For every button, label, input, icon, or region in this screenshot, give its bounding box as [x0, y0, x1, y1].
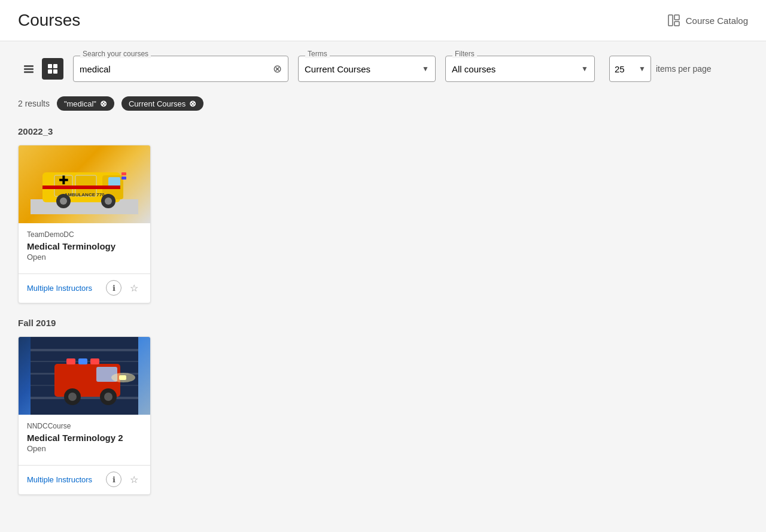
items-per-page-select[interactable]: 25 10 50 100 — [615, 64, 639, 74]
grid-view-icon — [48, 64, 57, 74]
instructors-link-medical-terminology-2[interactable]: Multiple Instructors — [27, 475, 92, 484]
course-divider-1 — [19, 273, 150, 274]
filter-chip-current-courses[interactable]: Current Courses ⊗ — [121, 96, 203, 111]
list-view-icon — [24, 65, 34, 73]
items-per-page-chevron-icon: ▼ — [639, 65, 646, 73]
chip-medical-label: "medical" — [64, 99, 96, 108]
svg-text:✚: ✚ — [59, 174, 69, 187]
items-per-page-label: items per page — [656, 64, 712, 74]
svg-rect-19 — [31, 349, 138, 351]
svg-text:AMBULANCE 770: AMBULANCE 770 — [64, 192, 105, 197]
main-content: 20022_3 — [0, 120, 766, 527]
search-field: Search your courses ⊗ — [73, 56, 288, 82]
svg-rect-26 — [66, 358, 75, 364]
search-input-wrap: ⊗ — [73, 56, 288, 82]
term-group-20022_3: 20022_3 — [18, 126, 748, 303]
catalog-link[interactable]: Course Catalog — [667, 13, 748, 28]
info-icon-medical-terminology[interactable]: ℹ — [106, 280, 121, 296]
active-filters-bar: 2 results "medical" ⊗ Current Courses ⊗ — [0, 92, 766, 120]
course-org-medical-terminology-2: NNDCCourse — [27, 422, 142, 430]
terms-label: Terms — [305, 50, 330, 58]
view-toggle — [18, 58, 63, 80]
svg-rect-2 — [674, 22, 679, 26]
chip-current-courses-label: Current Courses — [129, 99, 186, 108]
filters-label: Filters — [452, 50, 477, 58]
chip-current-courses-remove-icon[interactable]: ⊗ — [189, 99, 196, 108]
ambulance-svg-2 — [31, 337, 138, 415]
star-icon-medical-terminology[interactable]: ☆ — [126, 280, 142, 296]
list-view-button[interactable] — [18, 58, 39, 80]
course-divider-2 — [19, 465, 150, 466]
course-card-medical-terminology-2[interactable]: NNDCCourse Medical Terminology 2 Open Mu… — [18, 336, 151, 495]
filter-chip-medical[interactable]: "medical" ⊗ — [57, 96, 114, 111]
svg-rect-27 — [78, 358, 87, 364]
svg-point-30 — [68, 393, 77, 401]
course-status-medical-terminology-2: Open — [27, 444, 142, 453]
page-title: Courses — [18, 11, 80, 30]
svg-point-32 — [104, 393, 113, 401]
course-status-medical-terminology: Open — [27, 253, 142, 262]
toolbar: Search your courses ⊗ Terms Current Cour… — [0, 41, 766, 92]
course-org-medical-terminology: TeamDemoDC — [27, 230, 142, 239]
svg-rect-28 — [90, 358, 99, 364]
search-input[interactable] — [80, 64, 273, 74]
star-icon-medical-terminology-2[interactable]: ☆ — [126, 472, 142, 487]
svg-rect-23 — [31, 397, 138, 399]
clear-search-icon[interactable]: ⊗ — [273, 63, 282, 74]
svg-rect-34 — [119, 375, 126, 380]
terms-select[interactable]: Current Courses All Terms Past Courses — [305, 64, 422, 74]
svg-rect-1 — [674, 15, 679, 20]
terms-select-wrap: Current Courses All Terms Past Courses ▼ — [298, 56, 436, 82]
results-count: 2 results — [18, 99, 50, 108]
items-per-page-select-wrap: 25 10 50 100 ▼ — [609, 56, 651, 82]
term-group-fall-2019: Fall 2019 — [18, 318, 748, 495]
course-actions-medical-terminology-2: ℹ ☆ — [106, 472, 142, 487]
filters-field: Filters All courses In Progress Complete… — [445, 56, 595, 82]
term-heading-fall-2019: Fall 2019 — [18, 318, 748, 328]
course-grid-20022_3: ✚ AMBULANCE 770 TeamDemoDC — [18, 145, 748, 303]
filters-select[interactable]: All courses In Progress Completed Upcomi… — [452, 64, 581, 74]
search-label: Search your courses — [80, 50, 151, 58]
course-thumbnail-medical-terminology-2 — [19, 337, 150, 415]
course-body-medical-terminology-2: NNDCCourse Medical Terminology 2 Open — [19, 415, 150, 459]
svg-rect-0 — [668, 15, 673, 26]
course-footer-medical-terminology: Multiple Instructors ℹ ☆ — [19, 280, 150, 303]
info-icon-medical-terminology-2[interactable]: ℹ — [106, 472, 121, 487]
svg-point-12 — [60, 197, 67, 205]
course-body-medical-terminology: TeamDemoDC Medical Terminology Open — [19, 223, 150, 267]
items-per-page-field: 25 10 50 100 ▼ items per page — [609, 56, 712, 82]
course-footer-medical-terminology-2: Multiple Instructors ℹ ☆ — [19, 472, 150, 494]
instructors-link-medical-terminology[interactable]: Multiple Instructors — [27, 284, 92, 293]
catalog-label: Course Catalog — [686, 16, 748, 26]
ambulance-svg-1: ✚ AMBULANCE 770 — [31, 154, 138, 214]
course-card-medical-terminology[interactable]: ✚ AMBULANCE 770 TeamDemoDC — [18, 145, 151, 303]
chip-medical-remove-icon[interactable]: ⊗ — [100, 99, 107, 108]
grid-view-button[interactable] — [42, 58, 63, 80]
svg-rect-9 — [42, 186, 120, 189]
filters-select-wrap: All courses In Progress Completed Upcomi… — [445, 56, 595, 82]
term-heading-20022_3: 20022_3 — [18, 126, 748, 136]
course-actions-medical-terminology: ℹ ☆ — [106, 280, 142, 296]
course-name-medical-terminology: Medical Terminology — [27, 241, 142, 251]
catalog-icon — [667, 13, 681, 28]
course-name-medical-terminology-2: Medical Terminology 2 — [27, 433, 142, 443]
page-header: Courses Course Catalog — [0, 0, 766, 41]
course-thumbnail-medical-terminology: ✚ AMBULANCE 770 — [19, 145, 150, 223]
svg-rect-16 — [121, 177, 126, 180]
terms-chevron-icon: ▼ — [422, 65, 429, 73]
terms-field: Terms Current Courses All Terms Past Cou… — [298, 56, 436, 82]
svg-point-14 — [105, 197, 112, 205]
svg-rect-15 — [121, 172, 126, 175]
filters-chevron-icon: ▼ — [581, 65, 588, 73]
course-grid-fall-2019: NNDCCourse Medical Terminology 2 Open Mu… — [18, 336, 748, 495]
